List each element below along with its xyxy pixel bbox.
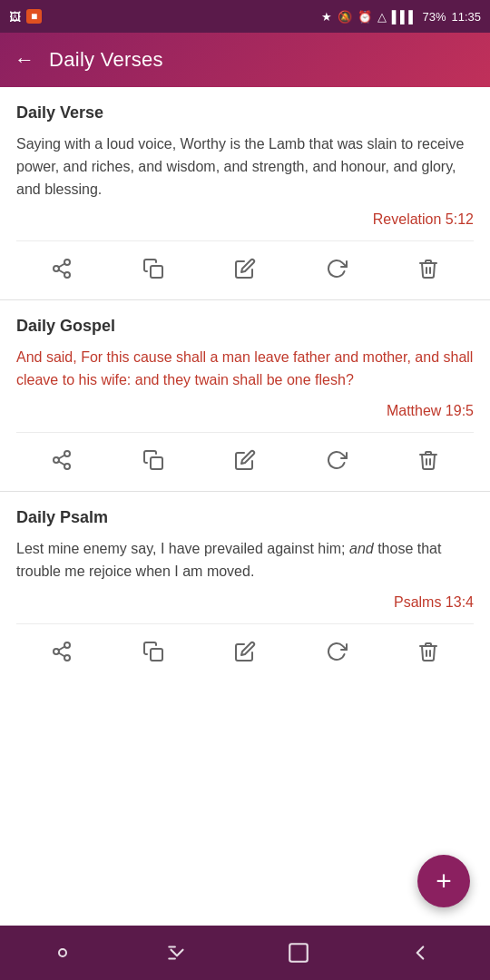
daily-psalm-actions <box>16 623 474 682</box>
daily-psalm-text: Lest mine enemy say, I have prevailed ag… <box>16 538 474 583</box>
refresh-button-psalm[interactable] <box>318 633 355 670</box>
daily-gospel-title: Daily Gospel <box>16 317 474 336</box>
bottom-navigation <box>0 926 490 980</box>
refresh-button-gospel[interactable] <box>318 442 355 478</box>
app-icon: ■ <box>26 9 42 24</box>
share-button-psalm[interactable] <box>44 633 80 670</box>
svg-line-16 <box>59 646 65 650</box>
share-button[interactable] <box>44 250 80 287</box>
bluetooth-icon: ★ <box>321 10 332 24</box>
home-nav-button[interactable] <box>44 941 82 965</box>
image-icon: 🖼 <box>9 10 21 24</box>
daily-gospel-reference: Matthew 19:5 <box>16 403 474 419</box>
time-label: 11:35 <box>451 10 481 24</box>
delete-button-gospel[interactable] <box>410 442 446 478</box>
daily-verse-actions <box>16 240 474 299</box>
status-right: ★ 🔕 ⏰ △ ▌▌▌ 73% 11:35 <box>321 10 481 24</box>
add-fab-button[interactable]: + <box>417 855 470 907</box>
content-area: Daily Verse Saying with a loud voice, Wo… <box>0 87 490 926</box>
status-left: 🖼 ■ <box>9 9 42 24</box>
edit-button-gospel[interactable] <box>227 442 263 478</box>
signal-icon: ▌▌▌ <box>392 10 417 24</box>
svg-line-3 <box>59 270 65 274</box>
status-bar: 🖼 ■ ★ 🔕 ⏰ △ ▌▌▌ 73% 11:35 <box>0 0 490 33</box>
recent-icon <box>165 941 189 965</box>
refresh-button[interactable] <box>318 250 355 287</box>
copy-button[interactable] <box>135 250 172 287</box>
daily-verse-text: Saying with a loud voice, Worthy is the … <box>16 133 474 201</box>
back-button[interactable]: ← <box>15 48 34 72</box>
copy-button-gospel[interactable] <box>135 442 172 478</box>
share-button-gospel[interactable] <box>44 442 80 478</box>
back-icon <box>408 941 432 965</box>
svg-rect-20 <box>289 944 308 962</box>
daily-verse-title: Daily Verse <box>16 103 474 122</box>
daily-gospel-actions <box>16 432 474 491</box>
page-title: Daily Verses <box>49 48 163 72</box>
daily-verse-card: Daily Verse Saying with a loud voice, Wo… <box>0 87 490 300</box>
delete-button-psalm[interactable] <box>410 633 446 670</box>
delete-button[interactable] <box>410 250 446 287</box>
copy-button-psalm[interactable] <box>135 633 172 670</box>
recent-nav-button[interactable] <box>151 934 203 972</box>
home-icon <box>58 948 67 957</box>
svg-line-9 <box>59 461 65 465</box>
svg-line-10 <box>59 455 65 458</box>
mute-icon: 🔕 <box>338 10 352 24</box>
svg-line-4 <box>59 264 65 268</box>
overview-nav-button[interactable] <box>272 934 325 972</box>
alarm-icon: ⏰ <box>358 10 372 24</box>
daily-psalm-title: Daily Psalm <box>16 508 474 527</box>
app-header: ← Daily Verses <box>0 33 490 87</box>
svg-line-15 <box>59 652 65 656</box>
daily-gospel-text: And said, For this cause shall a man lea… <box>16 347 474 392</box>
svg-rect-5 <box>151 266 162 278</box>
battery-label: 73% <box>422 10 446 24</box>
svg-rect-11 <box>151 457 162 469</box>
back-nav-button[interactable] <box>394 934 446 972</box>
daily-gospel-card: Daily Gospel And said, For this cause sh… <box>0 300 490 492</box>
overview-icon <box>287 941 310 965</box>
daily-psalm-reference: Psalms 13:4 <box>16 594 474 611</box>
wifi-icon: △ <box>377 10 387 24</box>
edit-button-psalm[interactable] <box>227 633 263 670</box>
edit-button[interactable] <box>227 250 263 287</box>
svg-rect-17 <box>151 649 162 661</box>
daily-verse-reference: Revelation 5:12 <box>16 211 474 228</box>
daily-psalm-card: Daily Psalm Lest mine enemy say, I have … <box>0 492 490 682</box>
